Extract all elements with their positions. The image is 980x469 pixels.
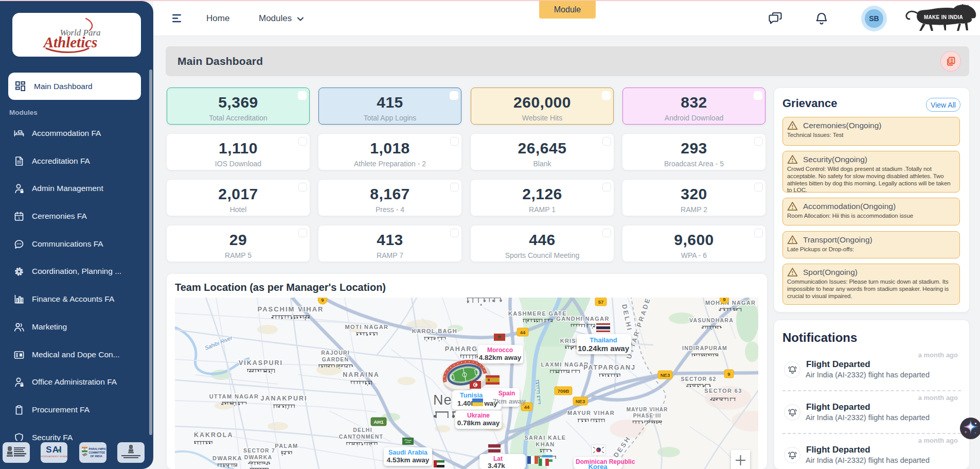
svg-text:709B: 709B	[558, 388, 569, 394]
svg-text:OF INDIA: OF INDIA	[91, 455, 102, 458]
svg-text:Spain: Spain	[498, 390, 515, 397]
svg-text:GARDEN: GARDEN	[322, 356, 349, 362]
svg-text:PHASE III: PHASE III	[633, 413, 662, 419]
svg-text:PARALYMPIC: PARALYMPIC	[89, 447, 106, 450]
svg-text:JANAKPURI: JANAKPURI	[261, 395, 308, 402]
svg-text:RAJOURI: RAJOURI	[321, 350, 350, 356]
svg-text:NE3: NE3	[576, 398, 585, 404]
svg-text:KHAN: KHAN	[536, 441, 555, 447]
svg-text:10.24km away: 10.24km away	[578, 344, 630, 353]
svg-text:Athletics: Athletics	[43, 34, 98, 50]
svg-text:0.78km away: 0.78km away	[457, 419, 500, 427]
svg-text:4.82km away: 4.82km away	[479, 354, 522, 361]
svg-text:4.53km away: 4.53km away	[387, 456, 430, 464]
svg-text:MOHAN NAGAR: MOHAN NAGAR	[705, 300, 756, 306]
svg-text:PALAM: PALAM	[275, 443, 298, 449]
svg-text:9: 9	[727, 371, 730, 377]
svg-text:MAYUR VIHAR: MAYUR VIHAR	[567, 410, 615, 416]
svg-text:44: 44	[520, 329, 526, 335]
svg-text:PATPARGANJ: PATPARGANJ	[583, 364, 635, 371]
svg-text:57: 57	[598, 299, 604, 305]
svg-text:DWARKA: DWARKA	[212, 455, 242, 461]
svg-text:Thailand: Thailand	[590, 336, 617, 344]
svg-text:VASUNDHARA: VASUNDHARA	[689, 317, 734, 323]
svg-text:Ukraine: Ukraine	[467, 412, 490, 419]
svg-text:Saudi Arabia: Saudi Arabia	[388, 449, 428, 456]
svg-text:SARAI KALE: SARAI KALE	[524, 435, 566, 441]
svg-text:LAXMI NAGAR: LAXMI NAGAR	[541, 361, 589, 368]
svg-text:Lat: Lat	[493, 455, 503, 462]
svg-text:MAKE IN INDIA: MAKE IN INDIA	[924, 14, 963, 20]
svg-text:AH1: AH1	[373, 419, 384, 425]
svg-text:3.47k: 3.47k	[488, 462, 505, 469]
svg-text:KAKROLA: KAKROLA	[194, 431, 234, 439]
svg-text:SECTOR 7: SECTOR 7	[243, 447, 275, 454]
svg-text:Korea: Korea	[589, 463, 608, 469]
svg-text:SECTOR 63: SECTOR 63	[704, 388, 742, 394]
svg-text:COMMITTEE: COMMITTEE	[89, 451, 105, 454]
svg-text:DELHI: DELHI	[353, 427, 372, 433]
svg-text:UTTAM NAGAR: UTTAM NAGAR	[209, 393, 259, 399]
svg-text:NE3: NE3	[661, 372, 670, 378]
svg-text:Morocco: Morocco	[487, 346, 513, 354]
svg-text:MOTI NAGAR: MOTI NAGAR	[345, 324, 389, 330]
svg-text:VIKASPURI: VIKASPURI	[239, 359, 283, 367]
svg-text:9: 9	[321, 298, 324, 303]
svg-text:INDIRAPURAM: INDIRAPURAM	[682, 345, 727, 351]
svg-text:PASCHIM VIHAR: PASCHIM VIHAR	[257, 305, 324, 313]
svg-text:CANTONMENT: CANTONMENT	[339, 433, 383, 440]
svg-text:DWARKA: DWARKA	[244, 454, 272, 460]
svg-text:9: 9	[723, 298, 725, 302]
svg-text:7km away: 7km away	[493, 397, 526, 405]
svg-text:GANDHI NAGAR: GANDHI NAGAR	[556, 316, 610, 322]
svg-text:1: 1	[18, 216, 20, 220]
svg-text:SECTOR 62: SECTOR 62	[681, 376, 717, 382]
svg-text:MAYUR VIHAR: MAYUR VIHAR	[627, 407, 668, 412]
svg-text:Tunisia: Tunisia	[460, 391, 483, 399]
svg-text:KAROL BAGH: KAROL BAGH	[412, 328, 457, 334]
svg-text:NARAINA: NARAINA	[343, 371, 380, 378]
